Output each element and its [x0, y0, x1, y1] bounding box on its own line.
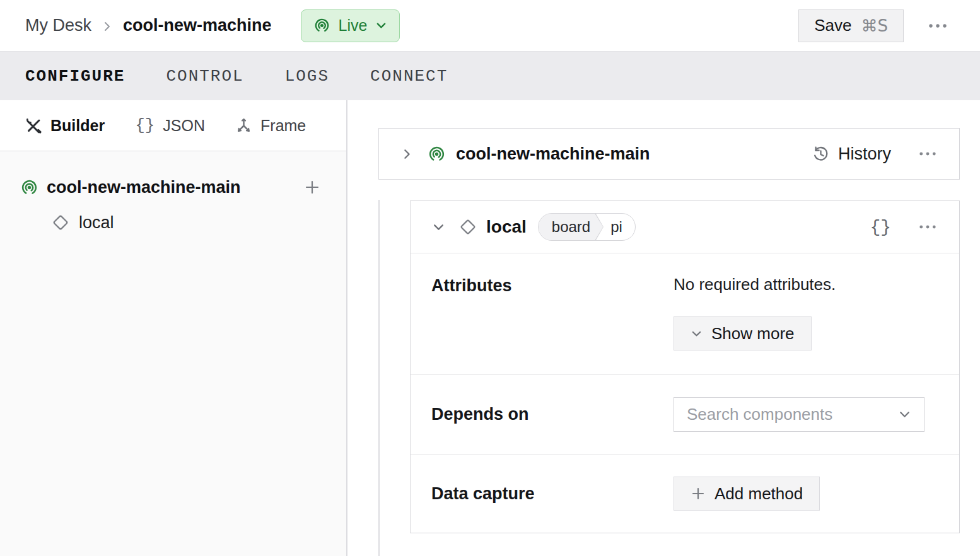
frame-axes-icon	[235, 117, 252, 134]
main-tabbar: CONFIGURE CONTROL LOGS CONNECT	[0, 51, 980, 100]
save-button[interactable]: Save ⌘S	[798, 9, 904, 42]
header-overflow-menu-button[interactable]	[925, 20, 951, 32]
breadcrumb-current: cool-new-machine	[123, 16, 272, 35]
history-icon	[812, 145, 830, 163]
component-card-title: local	[486, 217, 527, 237]
tree-local-label: local	[79, 213, 114, 233]
history-label: History	[838, 144, 891, 164]
chevron-right-icon	[102, 21, 113, 32]
attributes-section: Attributes No required attributes. Show …	[411, 253, 959, 374]
chevron-down-icon	[432, 221, 445, 234]
broadcast-icon	[428, 145, 446, 163]
history-button[interactable]: History	[812, 144, 891, 164]
nesting-spine	[378, 200, 380, 556]
expand-machine-card-button[interactable]	[398, 145, 416, 163]
broadcast-icon	[313, 17, 330, 34]
ellipsis-icon	[928, 23, 947, 28]
header-actions: Save ⌘S	[798, 9, 951, 42]
component-card-local: local board pi {}	[410, 200, 960, 533]
chevron-right-icon	[400, 148, 414, 161]
save-shortcut: ⌘S	[861, 16, 888, 35]
chevron-down-icon	[691, 328, 703, 340]
braces-icon: {}	[135, 116, 155, 135]
add-method-button[interactable]: Add method	[674, 477, 820, 511]
mode-json-button[interactable]: {} JSON	[135, 116, 205, 135]
diamond-icon	[459, 218, 477, 236]
show-more-label: Show more	[711, 324, 795, 344]
breadcrumb-parent-link[interactable]: My Desk	[25, 16, 91, 35]
machine-status-dropdown[interactable]: Live	[301, 9, 400, 42]
config-main-panel: cool-new-machine-main History	[347, 100, 980, 556]
badge-type: board	[539, 214, 603, 240]
mode-frame-label: Frame	[260, 117, 306, 135]
mode-builder-label: Builder	[50, 117, 105, 135]
plus-icon	[691, 486, 706, 501]
machine-part-card: cool-new-machine-main History	[378, 128, 960, 180]
badge-model: pi	[604, 214, 635, 240]
tab-connect[interactable]: CONNECT	[370, 67, 448, 86]
save-label: Save	[814, 16, 851, 35]
depends-on-label: Depends on	[431, 405, 674, 424]
tree-machine-label: cool-new-machine-main	[47, 178, 241, 197]
chevron-down-icon	[898, 408, 911, 421]
component-card-header: local board pi {}	[411, 201, 959, 253]
tab-logs[interactable]: LOGS	[285, 67, 329, 86]
data-capture-section: Data capture Add method	[411, 454, 959, 533]
depends-on-select[interactable]: Search components	[674, 397, 925, 432]
machine-part-tree: cool-new-machine-main local	[0, 151, 346, 236]
content-area: Builder {} JSON Frame	[0, 100, 980, 556]
component-type-badge: board pi	[538, 213, 636, 241]
component-card-menu-button[interactable]	[915, 221, 940, 233]
broadcast-icon	[20, 178, 38, 197]
attributes-empty-text: No required attributes.	[674, 275, 836, 294]
ellipsis-icon	[919, 151, 936, 156]
data-capture-label: Data capture	[431, 484, 674, 504]
ellipsis-icon	[919, 224, 936, 229]
tree-item-machine-main[interactable]: cool-new-machine-main	[0, 174, 346, 200]
breadcrumb: My Desk cool-new-machine	[25, 16, 272, 35]
mode-builder-button[interactable]: Builder	[25, 117, 105, 135]
collapse-component-card-button[interactable]	[429, 218, 448, 236]
attributes-label: Attributes	[431, 276, 674, 350]
machine-card-menu-button[interactable]	[915, 148, 940, 160]
add-method-label: Add method	[715, 484, 803, 504]
depends-on-section: Depends on Search components	[411, 374, 959, 454]
component-header-actions: {}	[866, 214, 940, 241]
mode-json-label: JSON	[163, 117, 205, 135]
view-json-button[interactable]: {}	[866, 214, 895, 241]
chevron-down-icon	[375, 20, 387, 32]
machine-card-title: cool-new-machine-main	[456, 144, 650, 164]
config-sidebar: Builder {} JSON Frame	[0, 100, 347, 556]
tools-icon	[25, 117, 42, 134]
tab-control[interactable]: CONTROL	[166, 67, 243, 86]
plus-icon	[303, 178, 321, 196]
show-more-button[interactable]: Show more	[674, 316, 812, 350]
tree-item-local[interactable]: local	[0, 209, 346, 236]
attributes-body: No required attributes. Show more	[674, 276, 836, 350]
tab-configure[interactable]: CONFIGURE	[25, 67, 125, 86]
status-label: Live	[339, 16, 368, 35]
add-component-button[interactable]	[301, 176, 324, 199]
view-mode-switcher: Builder {} JSON Frame	[0, 100, 346, 151]
top-header: My Desk cool-new-machine Live Save ⌘S	[0, 0, 980, 51]
braces-icon: {}	[870, 217, 891, 237]
diamond-icon	[52, 214, 69, 231]
mode-frame-button[interactable]: Frame	[235, 117, 306, 135]
depends-on-placeholder: Search components	[687, 405, 832, 424]
